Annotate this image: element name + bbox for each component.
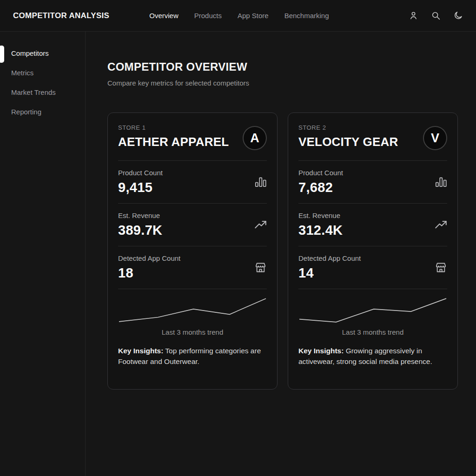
trending-up-icon	[254, 218, 267, 231]
metric-product-count: Product Count 9,415	[118, 161, 267, 204]
metric-est-revenue: Est. Revenue 389.7K	[118, 204, 267, 246]
active-indicator	[0, 46, 4, 63]
card-header: STORE 2 VELOCITY GEAR V	[298, 124, 447, 161]
metric-detected-app-count: Detected App Count 14	[298, 246, 447, 289]
store-icon	[435, 261, 447, 274]
main-content: COMPETITOR OVERVIEW Compare key metrics …	[86, 32, 476, 476]
nav-item-benchmarking[interactable]: Benchmarking	[284, 12, 329, 20]
metric-label: Product Count	[118, 169, 163, 177]
page-title: COMPETITOR OVERVIEW	[107, 60, 476, 73]
nav-item-overview[interactable]: Overview	[149, 12, 178, 20]
store-label: STORE 2	[298, 124, 398, 131]
header-actions	[409, 11, 463, 20]
search-icon[interactable]	[431, 11, 441, 20]
store-logo: V	[423, 126, 447, 150]
metric-value: 18	[118, 265, 180, 281]
main-nav: Overview Products App Store Benchmarking	[149, 12, 329, 20]
store-name: VELOCITY GEAR	[298, 135, 398, 149]
metric-detected-app-count: Detected App Count 18	[118, 246, 267, 289]
metric-label: Est. Revenue	[118, 212, 162, 219]
store-name: AETHER APPAREL	[118, 135, 229, 149]
metric-label: Product Count	[298, 169, 343, 177]
metric-label: Est. Revenue	[298, 212, 343, 219]
metric-value: 312.4K	[298, 223, 343, 238]
insights-label: Key Insights:	[118, 347, 163, 355]
sidebar-item-competitors[interactable]: Competitors	[0, 44, 85, 63]
metric-value: 7,682	[298, 180, 343, 195]
competitor-cards: STORE 1 AETHER APPAREL A Product Count 9…	[107, 112, 476, 390]
competitor-card-store-2: STORE 2 VELOCITY GEAR V Product Count 7,…	[288, 112, 458, 390]
nav-item-app-store[interactable]: App Store	[238, 12, 269, 20]
sidebar-item-metrics[interactable]: Metrics	[0, 63, 85, 82]
metric-product-count: Product Count 7,682	[298, 161, 447, 204]
sidebar-item-market-trends[interactable]: Market Trends	[0, 83, 85, 102]
store-icon	[254, 261, 267, 274]
key-insights: Key Insights: Top performing categories …	[118, 345, 267, 367]
trend-sparkline: Last 3 months trend	[118, 297, 267, 336]
sidebar-item-reporting[interactable]: Reporting	[0, 102, 85, 121]
sidebar: Competitors Metrics Market Trends Report…	[0, 32, 86, 476]
metric-label: Detected App Count	[118, 254, 180, 262]
metric-value: 389.7K	[118, 223, 162, 238]
sidebar-item-label: Metrics	[11, 69, 33, 77]
metric-est-revenue: Est. Revenue 312.4K	[298, 204, 447, 246]
insights-label: Key Insights:	[298, 347, 344, 355]
competitor-card-store-1: STORE 1 AETHER APPAREL A Product Count 9…	[107, 112, 278, 390]
metric-value: 14	[298, 265, 361, 281]
user-icon[interactable]	[409, 11, 418, 20]
metric-label: Detected App Count	[298, 254, 361, 262]
sidebar-item-label: Reporting	[11, 108, 41, 116]
bar-chart-icon	[254, 176, 267, 188]
bar-chart-icon	[435, 176, 447, 188]
top-nav-bar: COMPETITOR ANALYSIS Overview Products Ap…	[0, 0, 476, 32]
moon-icon[interactable]	[453, 11, 463, 20]
sidebar-item-label: Market Trends	[11, 88, 56, 96]
sidebar-item-label: Competitors	[11, 49, 49, 57]
trend-caption: Last 3 months trend	[118, 328, 267, 336]
store-label: STORE 1	[118, 124, 229, 131]
trending-up-icon	[435, 218, 447, 231]
page-subtitle: Compare key metrics for selected competi…	[107, 79, 476, 87]
metric-value: 9,415	[118, 180, 163, 195]
trend-sparkline: Last 3 months trend	[298, 297, 447, 336]
app-title: COMPETITOR ANALYSIS	[13, 11, 109, 20]
store-logo: A	[243, 126, 267, 150]
nav-item-products[interactable]: Products	[194, 12, 222, 20]
trend-caption: Last 3 months trend	[298, 328, 447, 336]
key-insights: Key Insights: Growing aggressively in ac…	[298, 345, 447, 367]
card-header: STORE 1 AETHER APPAREL A	[118, 124, 267, 161]
